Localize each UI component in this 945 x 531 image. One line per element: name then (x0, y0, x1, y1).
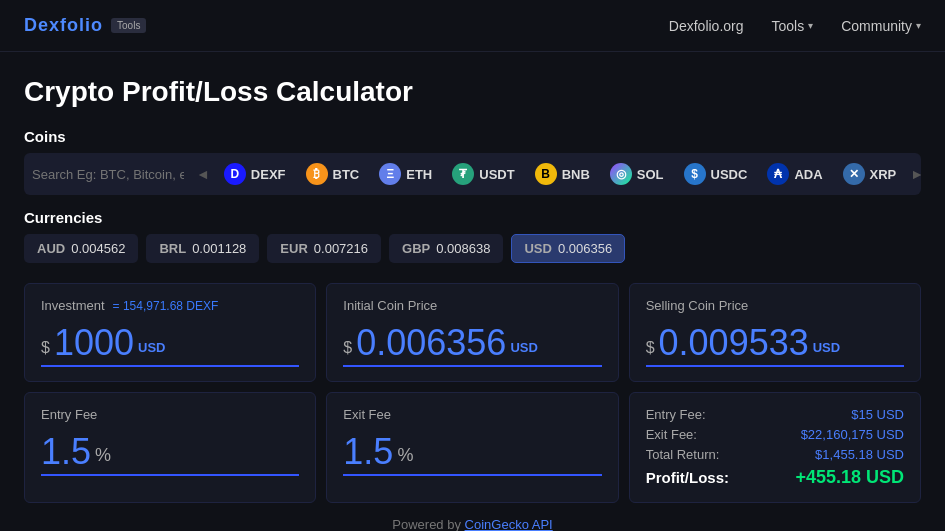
footer: Powered by CoinGecko API (24, 503, 921, 531)
profit-loss-line: Profit/Loss: +455.18 USD (646, 467, 904, 488)
entry-fee-result-line: Entry Fee: $15 USD (646, 407, 904, 422)
entry-fee-value[interactable]: 1.5 (41, 434, 91, 470)
investment-label: Investment = 154,971.68 DEXF (41, 298, 299, 313)
exit-fee-value[interactable]: 1.5 (343, 434, 393, 470)
calc-row-2: Entry Fee 1.5 % Exit Fee 1.5 % Entry Fee… (24, 392, 921, 503)
initial-price-card: Initial Coin Price $ 0.006356 USD (326, 283, 618, 382)
main-content: Crypto Profit/Loss Calculator Coins ◄ D … (0, 52, 945, 531)
entry-fee-result-label: Entry Fee: (646, 407, 706, 422)
currency-pill-gbp[interactable]: GBP 0.008638 (389, 234, 503, 263)
tools-chevron-icon: ▾ (808, 20, 813, 31)
selling-price-card: Selling Coin Price $ 0.009533 USD (629, 283, 921, 382)
exit-fee-result-line: Exit Fee: $22,160,175 USD (646, 427, 904, 442)
coin-item-xrp[interactable]: ✕ XRP (833, 159, 907, 189)
coin-symbol-dexf: DEXF (251, 167, 286, 182)
initial-price-label: Initial Coin Price (343, 298, 601, 313)
coin-item-dexf[interactable]: D DEXF (214, 159, 296, 189)
coin-symbol-sol: SOL (637, 167, 664, 182)
currency-value-brl: 0.001128 (192, 241, 246, 256)
coin-symbol-bnb: BNB (562, 167, 590, 182)
page-title: Crypto Profit/Loss Calculator (24, 76, 921, 108)
coin-symbol-ada: ADA (794, 167, 822, 182)
selling-price-unit: USD (813, 340, 840, 361)
coingecko-link[interactable]: CoinGecko API (465, 517, 553, 531)
coin-item-ada[interactable]: ₳ ADA (757, 159, 832, 189)
coin-icon-btc: ₿ (306, 163, 328, 185)
initial-price-value[interactable]: 0.006356 (356, 325, 506, 361)
coin-symbol-eth: ETH (406, 167, 432, 182)
entry-fee-input-row: 1.5 % (41, 426, 299, 476)
investment-dollar-sign: $ (41, 339, 50, 361)
coin-icon-xrp: ✕ (843, 163, 865, 185)
currencies-section-label: Currencies (24, 209, 921, 226)
results-card: Entry Fee: $15 USD Exit Fee: $22,160,175… (629, 392, 921, 503)
exit-fee-result-label: Exit Fee: (646, 427, 697, 442)
coin-item-usdt[interactable]: ₮ USDT (442, 159, 524, 189)
coin-icon-dexf: D (224, 163, 246, 185)
selling-price-label: Selling Coin Price (646, 298, 904, 313)
investment-value[interactable]: 1000 (54, 325, 134, 361)
initial-price-unit: USD (510, 340, 537, 361)
exit-fee-result-value: $22,160,175 USD (801, 427, 904, 442)
coins-section-label: Coins (24, 128, 921, 145)
coin-item-eth[interactable]: Ξ ETH (369, 159, 442, 189)
currency-pill-brl[interactable]: BRL 0.001128 (146, 234, 259, 263)
tools-badge: Tools (111, 18, 146, 33)
coin-item-btc[interactable]: ₿ BTC (296, 159, 370, 189)
currency-code-gbp: GBP (402, 241, 430, 256)
selling-price-value[interactable]: 0.009533 (659, 325, 809, 361)
nav-dexfolio-org[interactable]: Dexfolio.org (669, 18, 744, 34)
community-chevron-icon: ▾ (916, 20, 921, 31)
exit-fee-input-row: 1.5 % (343, 426, 601, 476)
coin-icon-eth: Ξ (379, 163, 401, 185)
profit-loss-label: Profit/Loss: (646, 469, 729, 486)
currency-value-gbp: 0.008638 (436, 241, 490, 256)
nav-tools[interactable]: Tools ▾ (772, 18, 814, 34)
coin-icon-bnb: B (535, 163, 557, 185)
currency-value-eur: 0.007216 (314, 241, 368, 256)
total-return-result-label: Total Return: (646, 447, 720, 462)
coin-symbol-usdt: USDT (479, 167, 514, 182)
currency-pill-eur[interactable]: EUR 0.007216 (267, 234, 381, 263)
coin-symbol-xrp: XRP (870, 167, 897, 182)
exit-fee-card: Exit Fee 1.5 % (326, 392, 618, 503)
next-coin-arrow[interactable]: ► (906, 166, 921, 182)
currency-code-eur: EUR (280, 241, 307, 256)
entry-fee-result-value: $15 USD (851, 407, 904, 422)
selling-price-input-row: $ 0.009533 USD (646, 317, 904, 367)
currency-pill-usd[interactable]: USD 0.006356 (511, 234, 625, 263)
total-return-result-line: Total Return: $1,455.18 USD (646, 447, 904, 462)
initial-price-input-row: $ 0.006356 USD (343, 317, 601, 367)
currency-value-usd: 0.006356 (558, 241, 612, 256)
nav-community[interactable]: Community ▾ (841, 18, 921, 34)
nav-logo-area: Dexfolio Tools (24, 15, 146, 36)
search-input[interactable] (32, 167, 192, 182)
currency-code-aud: AUD (37, 241, 65, 256)
coin-symbol-btc: BTC (333, 167, 360, 182)
coin-icon-usdc: $ (684, 163, 706, 185)
currency-value-aud: 0.004562 (71, 241, 125, 256)
entry-fee-card: Entry Fee 1.5 % (24, 392, 316, 503)
investment-input-row: $ 1000 USD (41, 317, 299, 367)
coin-item-usdc[interactable]: $ USDC (674, 159, 758, 189)
currency-code-brl: BRL (159, 241, 186, 256)
currency-pill-aud[interactable]: AUD 0.004562 (24, 234, 138, 263)
coin-item-sol[interactable]: ◎ SOL (600, 159, 674, 189)
coin-icon-ada: ₳ (767, 163, 789, 185)
coins-list: D DEXF ₿ BTC Ξ ETH ₮ USDT B BNB ◎ SOL $ … (214, 159, 906, 189)
nav-links: Dexfolio.org Tools ▾ Community ▾ (669, 18, 921, 34)
entry-fee-label: Entry Fee (41, 407, 299, 422)
exit-fee-label: Exit Fee (343, 407, 601, 422)
coin-symbol-usdc: USDC (711, 167, 748, 182)
total-return-result-value: $1,455.18 USD (815, 447, 904, 462)
currency-code-usd: USD (524, 241, 551, 256)
navbar: Dexfolio Tools Dexfolio.org Tools ▾ Comm… (0, 0, 945, 52)
coins-bar: ◄ D DEXF ₿ BTC Ξ ETH ₮ USDT B BNB ◎ SOL … (24, 153, 921, 195)
coin-icon-sol: ◎ (610, 163, 632, 185)
currencies-bar: AUD 0.004562 BRL 0.001128 EUR 0.007216 G… (24, 234, 921, 263)
initial-price-dollar-sign: $ (343, 339, 352, 361)
selling-price-dollar-sign: $ (646, 339, 655, 361)
exit-fee-unit: % (397, 445, 413, 470)
prev-coin-arrow[interactable]: ◄ (192, 166, 214, 182)
coin-item-bnb[interactable]: B BNB (525, 159, 600, 189)
